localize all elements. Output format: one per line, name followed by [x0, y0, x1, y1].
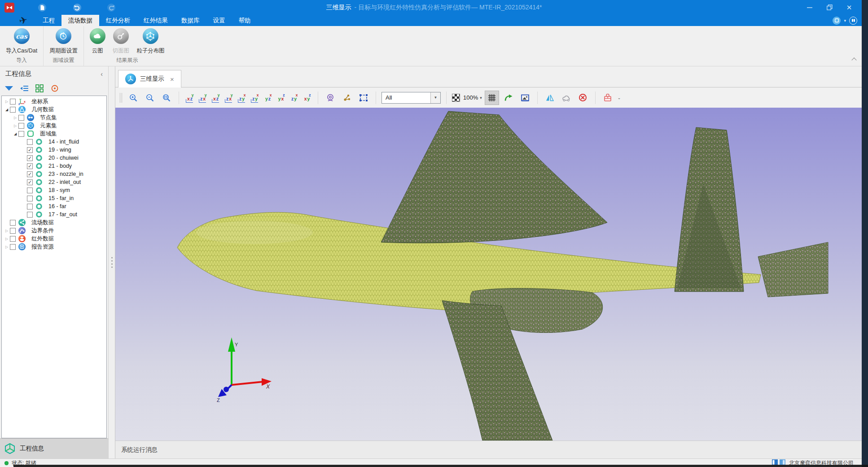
tree-item[interactable]: 14 - int_fluid — [2, 138, 106, 146]
view-top-icon[interactable]: xzy — [237, 92, 247, 103]
tree-item[interactable]: ▷红外数据 — [2, 235, 106, 243]
tree-checkbox[interactable] — [10, 99, 16, 105]
cancel-icon[interactable] — [576, 91, 590, 105]
menu-item-2[interactable]: 流场数据 — [61, 15, 99, 26]
tree-checkbox[interactable] — [10, 236, 16, 242]
view-front-icon[interactable]: yxz — [184, 92, 195, 103]
tree-item[interactable]: ✓23 - nozzle_in — [2, 170, 106, 178]
menu-item-6[interactable]: 设置 — [206, 15, 232, 26]
tree-checkbox[interactable] — [18, 115, 24, 121]
tree-checkbox[interactable] — [27, 212, 33, 218]
ribbon-button[interactable]: 粒子分布图 — [133, 28, 168, 55]
window-switch-dropdown-icon[interactable]: ▾ — [844, 18, 846, 23]
tree-item[interactable]: ▷Yzx坐标系 — [2, 97, 106, 105]
tree-checkbox[interactable] — [18, 131, 24, 137]
tree-checkbox[interactable] — [10, 107, 16, 113]
selection-box-icon[interactable] — [357, 91, 370, 105]
tree-checkbox[interactable]: ✓ — [27, 171, 33, 177]
tree-checkbox[interactable] — [10, 228, 16, 234]
panel-splitter[interactable] — [108, 66, 115, 458]
tab-3d-view[interactable]: 三维显示 × — [118, 70, 181, 87]
tab-close-icon[interactable]: × — [170, 75, 174, 83]
tree-expander-icon[interactable]: ▷ — [4, 245, 10, 249]
tree-item[interactable]: ✓19 - wing — [2, 146, 106, 154]
tree-item[interactable]: ◢面域集 — [2, 130, 106, 138]
view-bottom-icon[interactable]: xzy — [250, 92, 260, 103]
tree-item[interactable]: 16 - far — [2, 202, 106, 210]
filter-icon[interactable] — [4, 84, 13, 92]
tree-checkbox[interactable] — [18, 123, 24, 129]
app-badge-icon[interactable] — [4, 3, 14, 13]
new-document-icon[interactable] — [38, 3, 47, 12]
tree-checkbox[interactable] — [27, 188, 33, 193]
viewport-3d[interactable]: X Y Z — [115, 108, 868, 441]
view-iso-2-icon[interactable]: zyx — [276, 92, 286, 103]
help-book-icon[interactable] — [849, 17, 857, 25]
view-iso-1-icon[interactable]: xyz — [263, 92, 273, 103]
tree-item[interactable]: 流场数据 — [2, 218, 106, 227]
close-button[interactable]: ✕ — [839, 0, 859, 15]
export-box-icon[interactable] — [601, 91, 614, 105]
menu-item-5[interactable]: 数据库 — [175, 15, 206, 26]
tree-expander-icon[interactable]: ▷ — [12, 116, 18, 120]
molecule-icon[interactable] — [340, 91, 354, 105]
zoom-out-icon[interactable] — [143, 91, 157, 105]
ribbon-button[interactable]: cas导入Cas/Dat — [2, 28, 41, 55]
export-dropdown-icon[interactable]: ⌄ — [618, 96, 621, 100]
ribbon-button[interactable]: 周期面设置 — [46, 28, 81, 55]
menu-item-7[interactable]: 帮助 — [232, 15, 258, 26]
collapse-panel-icon[interactable]: ‹ — [101, 71, 103, 77]
tree-item[interactable]: ▷元素集 — [2, 122, 106, 130]
tree-checkbox[interactable] — [27, 139, 33, 145]
tree-checkbox[interactable]: ✓ — [27, 179, 33, 185]
view-right-icon[interactable]: yzx — [224, 92, 234, 103]
tree-checkbox[interactable] — [10, 220, 16, 226]
snapshot-icon[interactable] — [518, 91, 532, 105]
tree-item[interactable]: ✓20 - chuiwei — [2, 154, 106, 162]
ribbon-collapse-icon[interactable] — [852, 58, 856, 62]
tree-checkbox[interactable]: ✓ — [27, 155, 33, 161]
cloud-share-icon[interactable] — [560, 91, 573, 105]
tree-checkbox[interactable] — [27, 196, 33, 201]
tree-expander-icon[interactable]: ▷ — [12, 124, 18, 128]
tree-expander-icon[interactable]: ▷ — [4, 237, 10, 241]
tree-expander-icon[interactable]: ▷ — [4, 229, 10, 233]
view-left-icon[interactable]: yxz — [210, 92, 221, 103]
redo-icon[interactable] — [107, 3, 116, 12]
tree-checkbox[interactable] — [27, 204, 33, 209]
locate-target-icon[interactable] — [50, 84, 59, 92]
window-switch-icon[interactable] — [833, 17, 841, 25]
project-info-button[interactable]: 工程信息 — [0, 438, 108, 458]
tree-item[interactable]: 15 - far_in — [2, 194, 106, 202]
menu-item-4[interactable]: 红外结果 — [137, 15, 175, 26]
menu-item-1[interactable]: 工程 — [36, 15, 61, 26]
tree-expander-icon[interactable]: ▷ — [4, 100, 10, 104]
tree-checkbox[interactable]: ✓ — [27, 147, 33, 153]
tree-item[interactable]: 17 - far_out — [2, 210, 106, 218]
ribbon-button[interactable]: 云图 — [86, 28, 109, 55]
tree-checkbox[interactable] — [10, 244, 16, 250]
tree-checkbox[interactable]: ✓ — [27, 163, 33, 169]
display-filter-combo[interactable]: All ▼ — [381, 92, 441, 104]
list-settings-icon[interactable] — [20, 84, 29, 92]
camera-view-icon[interactable] — [324, 91, 337, 105]
tree-item[interactable]: ✓21 - body — [2, 162, 106, 170]
forward-arrow-icon[interactable] — [502, 91, 515, 105]
view-iso-4-icon[interactable]: zxy — [302, 92, 312, 103]
undo-icon[interactable] — [73, 3, 82, 12]
tree-item[interactable]: ◢几何数据 — [2, 105, 106, 113]
view-iso-3-icon[interactable]: xzy — [289, 92, 299, 103]
minimize-button[interactable] — [800, 0, 820, 15]
tree-item[interactable]: ▷报告资源 — [2, 243, 106, 251]
combo-dropdown-icon[interactable]: ▼ — [430, 92, 440, 103]
grid-view-icon[interactable] — [35, 84, 44, 92]
opacity-dropdown[interactable]: 100%▾ — [463, 94, 482, 101]
tree-expander-icon[interactable]: ◢ — [4, 108, 10, 112]
tree-item[interactable]: 18 - sym — [2, 186, 106, 194]
view-back-icon[interactable]: yzx — [197, 92, 208, 103]
tree-item[interactable]: ✓22 - inlet_out — [2, 178, 106, 186]
tree-expander-icon[interactable]: ◢ — [12, 132, 18, 136]
tree-item[interactable]: ▷边界条件 — [2, 227, 106, 235]
mesh-grid-toggle-icon[interactable] — [485, 91, 499, 105]
zoom-in-icon[interactable] — [127, 91, 140, 105]
